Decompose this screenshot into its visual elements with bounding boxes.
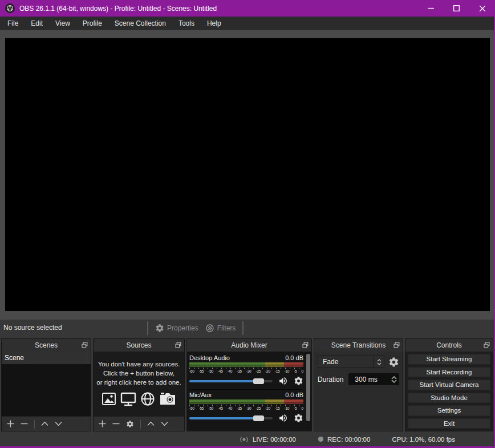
channel-level: 0.0 dB xyxy=(285,354,303,361)
menu-scene-collection[interactable]: Scene Collection xyxy=(108,17,172,30)
maximize-icon[interactable] xyxy=(444,0,469,17)
source-toolbar: No source selected Properties Filters xyxy=(0,320,495,337)
scene-transitions-header: Scene Transitions xyxy=(314,339,403,352)
preview-canvas[interactable] xyxy=(5,38,490,311)
exit-button[interactable]: Exit xyxy=(408,418,490,429)
duration-label: Duration xyxy=(318,376,343,384)
source-move-up-button[interactable] xyxy=(147,421,155,426)
volume-slider-handle[interactable] xyxy=(253,378,264,384)
close-icon[interactable] xyxy=(469,0,495,17)
channel-level: 0.0 dB xyxy=(285,392,303,398)
controls-panel-title: Controls xyxy=(436,341,462,349)
volume-meter xyxy=(189,399,303,404)
duration-value: 300 ms xyxy=(348,376,389,384)
speaker-icon[interactable] xyxy=(278,376,289,386)
add-source-button[interactable] xyxy=(99,420,106,427)
source-actions: Properties Filters xyxy=(147,321,244,336)
toolbar-separator xyxy=(140,419,141,429)
start-recording-button[interactable]: Start Recording xyxy=(408,367,490,378)
controls-body: Start Streaming Start Recording Start Vi… xyxy=(405,352,493,431)
filters-button[interactable]: Filters xyxy=(205,324,236,333)
transition-selected-value: Fade xyxy=(318,358,374,366)
source-type-icons xyxy=(102,392,176,406)
scene-transitions-body: Fade Duration 300 ms xyxy=(314,352,403,431)
toolbar-separator xyxy=(147,321,148,335)
sources-empty-line: or right click here to add one. xyxy=(96,378,181,387)
meter-tick-labels: -60-55-50-45-40-35-30-25-20-15-10-50 xyxy=(189,406,303,410)
audio-mixer-title: Audio Mixer xyxy=(231,341,267,349)
add-scene-button[interactable] xyxy=(7,420,14,427)
display-icon xyxy=(120,392,136,406)
scenes-panel-title: Scenes xyxy=(35,341,58,349)
record-dot-icon xyxy=(318,436,324,442)
sources-panel: Sources You don't have any sources. Clic… xyxy=(93,338,185,431)
globe-icon xyxy=(140,392,155,406)
studio-mode-button[interactable]: Studio Mode xyxy=(408,393,490,403)
mixer-gear-icon[interactable] xyxy=(294,376,303,386)
transition-select[interactable]: Fade xyxy=(318,356,384,368)
menubar: File Edit View Profile Scene Collection … xyxy=(0,17,495,30)
volume-slider-handle[interactable] xyxy=(253,415,264,421)
properties-button[interactable]: Properties xyxy=(155,324,198,333)
minimize-icon[interactable] xyxy=(418,0,444,17)
speaker-icon[interactable] xyxy=(278,413,289,423)
duration-spinner-icons[interactable] xyxy=(389,376,399,383)
statusbar: LIVE: 00:00:00 REC: 00:00:00 CPU: 1.0%, … xyxy=(0,432,495,446)
scenes-panel-header: Scenes xyxy=(2,339,91,352)
sources-panel-header: Sources xyxy=(94,339,184,352)
broadcast-icon xyxy=(239,435,249,443)
source-properties-gear-icon[interactable] xyxy=(126,420,134,428)
scenes-list: Scene xyxy=(2,352,91,416)
volume-slider[interactable] xyxy=(189,417,273,419)
duration-spinbox[interactable]: 300 ms xyxy=(348,373,399,385)
scenes-toolbar xyxy=(2,416,91,431)
controls-panel-header: Controls xyxy=(405,339,493,352)
image-icon xyxy=(102,392,116,406)
menu-view[interactable]: View xyxy=(49,17,76,30)
filters-label: Filters xyxy=(217,324,236,332)
mixer-channel-mic-aux: Mic/Aux 0.0 dB -60-55-50-45-40-35-30-25-… xyxy=(189,389,303,423)
panel-dock-icon[interactable] xyxy=(175,342,181,348)
mixer-scrollbar[interactable] xyxy=(306,354,310,421)
source-status-text: No source selected xyxy=(3,324,62,332)
channel-name: Desktop Audio xyxy=(189,354,230,361)
rec-time: REC: 00:00:00 xyxy=(327,436,370,443)
remove-source-button[interactable] xyxy=(112,420,120,427)
gear-icon xyxy=(155,324,164,333)
start-virtual-camera-button[interactable]: Start Virtual Camera xyxy=(408,380,490,390)
window-controls xyxy=(418,0,495,17)
controls-panel: Controls Start Streaming Start Recording… xyxy=(405,338,493,431)
audio-mixer-panel: Audio Mixer Desktop Audio 0.0 dB -60-55-… xyxy=(186,338,312,431)
sources-empty-line: Click the + button below, xyxy=(103,369,175,378)
toolbar-separator xyxy=(242,321,244,335)
remove-scene-button[interactable] xyxy=(21,420,28,427)
transition-gear-icon[interactable] xyxy=(388,357,399,368)
scenes-panel: Scenes Scene xyxy=(1,338,91,431)
panel-dock-icon[interactable] xyxy=(302,342,309,348)
scene-list-item[interactable]: Scene xyxy=(2,352,91,364)
combo-spinner-icons[interactable] xyxy=(374,356,384,368)
preview-area xyxy=(0,30,495,320)
rec-status: REC: 00:00:00 xyxy=(318,436,370,443)
panel-dock-icon[interactable] xyxy=(393,342,400,348)
menu-profile[interactable]: Profile xyxy=(76,17,108,30)
meter-tick-labels: -60-55-50-45-40-35-30-25-20-15-10-50 xyxy=(189,369,303,373)
scene-move-down-button[interactable] xyxy=(55,421,62,426)
source-move-down-button[interactable] xyxy=(161,421,168,426)
menu-edit[interactable]: Edit xyxy=(25,17,49,30)
panel-dock-icon[interactable] xyxy=(484,342,490,348)
sources-toolbar xyxy=(94,416,184,431)
menu-tools[interactable]: Tools xyxy=(172,17,201,30)
mixer-gear-icon[interactable] xyxy=(294,413,303,423)
volume-slider[interactable] xyxy=(189,380,273,382)
start-streaming-button[interactable]: Start Streaming xyxy=(408,354,490,365)
sources-empty-state[interactable]: You don't have any sources. Click the + … xyxy=(94,352,184,416)
panel-dock-icon[interactable] xyxy=(82,342,88,348)
menu-file[interactable]: File xyxy=(1,17,25,30)
camera-icon xyxy=(159,392,176,406)
live-time: LIVE: 00:00:00 xyxy=(253,436,296,443)
settings-button[interactable]: Settings xyxy=(408,405,490,416)
scene-move-up-button[interactable] xyxy=(41,421,48,426)
dock-area: Scenes Scene Sources You don't have any … xyxy=(0,337,495,432)
menu-help[interactable]: Help xyxy=(201,17,228,30)
